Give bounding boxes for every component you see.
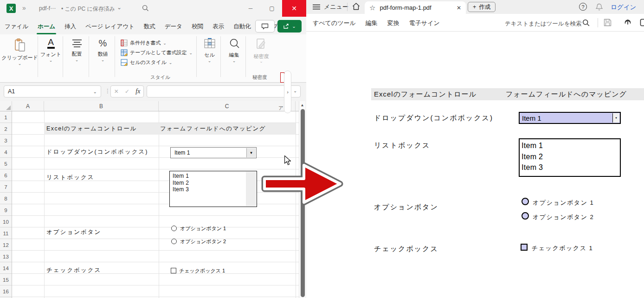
pdf-checkbox1[interactable] bbox=[521, 244, 528, 251]
row-number[interactable]: 7 bbox=[0, 181, 12, 193]
pdf-list-item[interactable]: Item 3 bbox=[522, 162, 620, 173]
excel-radio-option1-label[interactable]: オプションボタン 1 bbox=[180, 226, 226, 232]
minimize-button[interactable]: ─ bbox=[240, 0, 261, 17]
quick-access-overflow-icon[interactable]: » bbox=[22, 4, 26, 12]
ribbon-group-alignment[interactable]: 配置 ⌄ bbox=[65, 36, 89, 77]
row-number[interactable]: 14 bbox=[0, 262, 12, 274]
pdf-dropdown-field[interactable]: Item 1 ▼ bbox=[519, 112, 621, 124]
excel-listbox-control[interactable]: Item 1 Item 2 Item 3 bbox=[169, 171, 257, 207]
cell-b2[interactable]: Excelのフォームコントロール bbox=[46, 123, 137, 135]
cell-b14[interactable]: チェックボックス bbox=[46, 265, 101, 276]
maximize-button[interactable]: ▢ bbox=[262, 0, 282, 17]
excel-dropdown-button[interactable]: ▼ bbox=[246, 148, 256, 157]
row-number[interactable]: 11 bbox=[0, 227, 12, 239]
autosave-chevron-icon[interactable]: ⌄ bbox=[117, 4, 122, 11]
cancel-entry-icon[interactable]: ✕ bbox=[114, 88, 119, 95]
excel-dropdown-control[interactable]: Item 1 ▼ bbox=[170, 147, 257, 158]
conditional-formatting-button[interactable]: 条件付き書式 ⌄ bbox=[121, 38, 167, 48]
row-number[interactable]: 13 bbox=[0, 251, 12, 262]
row-number[interactable]: 9 bbox=[0, 204, 12, 216]
excel-checkbox1[interactable] bbox=[171, 268, 176, 273]
column-header-b[interactable]: B bbox=[44, 101, 159, 111]
confirm-entry-icon[interactable]: ✓ bbox=[125, 88, 129, 95]
home-icon[interactable] bbox=[352, 3, 360, 10]
toolbar-item-convert[interactable]: 変換 bbox=[387, 19, 399, 27]
cell-styles-button[interactable]: セルのスタイル ⌄ bbox=[121, 58, 172, 67]
excel-radio-option2[interactable] bbox=[171, 239, 177, 244]
column-header-c[interactable]: C bbox=[159, 101, 296, 111]
excel-list-item[interactable]: Item 1 bbox=[170, 171, 257, 180]
pdf-radio-option1-label[interactable]: オプションボタン 1 bbox=[533, 199, 594, 207]
ribbon-overflow-strip[interactable]: › bbox=[284, 71, 291, 113]
worksheet-grid[interactable]: 1 2 3 4 5 6 7 8 9 10 11 12 13 14 15 16 E… bbox=[0, 111, 299, 298]
login-link[interactable]: ログイン bbox=[611, 3, 636, 12]
toolbar-item-esign[interactable]: 電子サイン bbox=[409, 19, 440, 27]
bell-icon[interactable] bbox=[596, 3, 603, 11]
excel-list-item[interactable]: Item 2 bbox=[170, 180, 257, 187]
excel-listbox-scrollbar[interactable] bbox=[246, 172, 256, 206]
row-number[interactable]: 16 bbox=[0, 285, 12, 297]
autosave-status[interactable]: • この PC に保存済み bbox=[61, 5, 115, 13]
menu-button[interactable]: メニュー bbox=[313, 3, 348, 11]
tab-close-icon[interactable]: ✕ bbox=[457, 5, 461, 11]
cell-b6[interactable]: リストボックス bbox=[46, 172, 95, 183]
row-number[interactable]: 2 bbox=[0, 123, 12, 135]
ribbon-group-number[interactable]: % 数値 ⌄ bbox=[91, 36, 115, 77]
row-number[interactable]: 8 bbox=[0, 193, 12, 204]
excel-radio-option1[interactable] bbox=[171, 226, 177, 231]
toolbar-item-all-tools[interactable]: すべてのツール bbox=[313, 19, 356, 27]
clipped-toolbar-icon[interactable] bbox=[640, 19, 644, 26]
star-icon[interactable]: ☆ bbox=[369, 5, 375, 11]
row-number[interactable]: 3 bbox=[0, 135, 12, 146]
row-number[interactable]: 6 bbox=[0, 169, 12, 181]
formula-bar-grip-icon[interactable]: ⋮ bbox=[105, 88, 110, 94]
excel-checkbox1-label[interactable]: チェックボックス 1 bbox=[179, 268, 225, 274]
share-upload-icon[interactable] bbox=[623, 18, 632, 27]
cell-b4[interactable]: ドロップダウン(コンボボックス) bbox=[46, 146, 148, 158]
tab-view[interactable]: 表示 bbox=[208, 20, 229, 33]
create-button[interactable]: + 作成 bbox=[468, 2, 496, 12]
pdf-radio-option2[interactable] bbox=[522, 212, 529, 220]
help-button[interactable]: ? bbox=[579, 3, 587, 11]
save-icon[interactable] bbox=[604, 19, 612, 26]
row-number[interactable]: 4 bbox=[0, 146, 12, 158]
search-icon[interactable] bbox=[582, 19, 590, 26]
tab-formulas[interactable]: 数式 bbox=[139, 20, 160, 33]
format-as-table-button[interactable]: テーブルとして書式設定 ⌄ bbox=[121, 48, 193, 58]
pdf-checkbox1-label[interactable]: チェックボックス 1 bbox=[532, 244, 593, 253]
tab-automate[interactable]: 自動化 bbox=[229, 20, 256, 33]
select-all-corner[interactable] bbox=[0, 101, 12, 111]
tab-file[interactable]: ファイル bbox=[0, 20, 33, 33]
formula-expand-chevron-icon[interactable]: ⌄ bbox=[293, 88, 297, 93]
ribbon-group-editing[interactable]: 編集 ⌄ bbox=[223, 36, 246, 77]
excel-list-item[interactable]: Item 3 bbox=[170, 186, 257, 193]
ribbon-group-cells[interactable]: セル ⌄ bbox=[199, 36, 221, 77]
cell-c2[interactable]: フォームフィールドへのマッピング bbox=[160, 123, 266, 135]
share-button[interactable]: ⌄ bbox=[277, 20, 302, 32]
name-box[interactable]: A1 ⌄ bbox=[4, 85, 101, 97]
formula-input[interactable] bbox=[147, 85, 301, 97]
tab-home[interactable]: ホーム bbox=[33, 20, 60, 33]
ribbon-group-clipboard[interactable]: クリップボード ⌄ bbox=[2, 36, 38, 77]
tab-data[interactable]: データ bbox=[160, 20, 187, 33]
excel-radio-option2-label[interactable]: オプションボタン 2 bbox=[180, 239, 226, 245]
pdf-radio-option2-label[interactable]: オプションボタン 2 bbox=[533, 213, 594, 221]
scroll-up-icon[interactable]: ▲ bbox=[299, 103, 305, 107]
tab-page-layout[interactable]: ページ レイアウト bbox=[81, 20, 139, 33]
row-number[interactable]: 12 bbox=[0, 239, 12, 251]
excel-search-icon[interactable] bbox=[142, 5, 149, 12]
tab-insert[interactable]: 挿入 bbox=[60, 20, 81, 33]
search-field[interactable]: テキストまたはツールを検索 bbox=[505, 20, 581, 28]
comments-button[interactable] bbox=[255, 20, 275, 32]
document-tab[interactable]: ☆ pdf-form-map-1.pdf ✕ bbox=[365, 1, 466, 14]
tab-review[interactable]: 校閲 bbox=[187, 20, 208, 33]
pdf-list-item[interactable]: Item 1 bbox=[522, 140, 620, 151]
cell-b11[interactable]: オプションボタン bbox=[46, 227, 101, 238]
insert-function-icon[interactable]: fx bbox=[135, 88, 140, 95]
toolbar-item-edit[interactable]: 編集 bbox=[366, 19, 378, 27]
pdf-dropdown-button[interactable]: ▼ bbox=[612, 113, 619, 123]
pdf-list-item[interactable]: Item 2 bbox=[522, 151, 620, 162]
row-number[interactable]: 5 bbox=[0, 158, 12, 169]
row-number[interactable]: 1 bbox=[0, 111, 12, 123]
row-number[interactable]: 15 bbox=[0, 274, 12, 285]
